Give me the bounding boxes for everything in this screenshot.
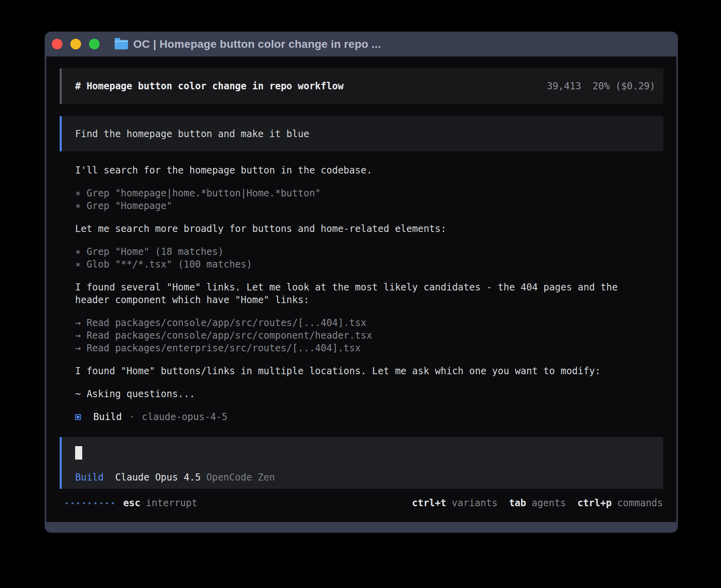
- spinner-dot: [66, 502, 68, 504]
- status-separator: ·: [129, 411, 134, 423]
- shortcut-label: variants: [452, 497, 498, 509]
- user-message: Find the homepage button and make it blu…: [60, 116, 663, 151]
- assistant-text: I found "Home" buttons/links in multiple…: [75, 365, 670, 377]
- spinner-dot: [72, 502, 74, 504]
- message-line: ∗ Glob "**/*.tsx" (100 matches): [75, 258, 670, 271]
- zoom-button[interactable]: [89, 39, 100, 49]
- window-title: OC | Homepage button color change in rep…: [133, 38, 381, 51]
- session-header: # Homepage button color change in repo w…: [60, 68, 663, 104]
- shortcut-agents: tabagents: [509, 497, 566, 509]
- message-line: ~ Asking questions...: [75, 388, 670, 400]
- session-stats: 39,413 20% ($0.29): [547, 81, 655, 92]
- input-agent-label: Build: [75, 471, 104, 484]
- input-model-label: Claude Opus 4.5: [115, 471, 201, 484]
- esc-key-hint: esc: [123, 497, 140, 509]
- user-message-text: Find the homepage button and make it blu…: [75, 128, 309, 139]
- spinner-dot: [106, 502, 108, 504]
- shortcut-label: commands: [617, 497, 663, 509]
- assistant-text: I'll search for the homepage button in t…: [75, 164, 670, 177]
- shortcut-commands: ctrl+pcommands: [578, 497, 663, 509]
- message-line: ∗ Grep "Homepage": [75, 200, 670, 212]
- spinner-dot: [100, 502, 102, 504]
- spinner-dot: [112, 502, 114, 504]
- tool-call-group: ∗ Grep "homepage|home.*button|Home.*butt…: [75, 187, 670, 212]
- conversation: I'll search for the homepage button in t…: [75, 164, 670, 423]
- message-line: → Read packages/console/app/src/componen…: [75, 329, 670, 342]
- message-line: I found several "Home" links. Let me loo…: [75, 281, 670, 294]
- message-line: header component which have "Home" links…: [75, 294, 670, 306]
- minimize-button[interactable]: [70, 39, 81, 49]
- terminal-window: OC | Homepage button color change in rep…: [45, 32, 678, 533]
- spinner-dot: [89, 502, 91, 504]
- status-agent-name: Build: [93, 411, 122, 423]
- terminal-content: # Homepage button color change in repo w…: [46, 57, 676, 522]
- session-title: # Homepage button color change in repo w…: [75, 81, 344, 92]
- close-button[interactable]: [52, 39, 62, 49]
- keyboard-shortcuts: ctrl+tvariantstabagentsctrl+pcommands: [412, 497, 663, 509]
- esc-action-label: interrupt: [146, 497, 197, 509]
- tool-call-group: ∗ Grep "Home" (18 matches)∗ Glob "**/*.t…: [75, 245, 670, 271]
- message-line: ∗ Grep "homepage|home.*button|Home.*butt…: [75, 187, 670, 200]
- status-model-name: claude-opus-4-5: [142, 411, 228, 423]
- spinner-dots: [66, 502, 114, 504]
- text-cursor: [75, 446, 82, 460]
- agent-status-row: Build · claude-opus-4-5: [75, 411, 670, 423]
- spinner-dot: [94, 502, 96, 504]
- shortcut-label: agents: [532, 497, 566, 509]
- screen: OC | Homepage button color change in rep…: [0, 0, 721, 588]
- shortcut-key: tab: [509, 497, 526, 509]
- message-line: I found "Home" buttons/links in multiple…: [75, 365, 670, 377]
- model-row: Build Claude Opus 4.5 OpenCode Zen: [75, 471, 275, 484]
- assistant-text: Let me search more broadly for buttons a…: [75, 222, 670, 235]
- prompt-input[interactable]: Build Claude Opus 4.5 OpenCode Zen: [60, 437, 663, 489]
- shortcut-key: ctrl+t: [412, 497, 446, 509]
- tool-call-group: → Read packages/console/app/src/routes/[…: [75, 317, 670, 354]
- message-line: → Read packages/console/app/src/routes/[…: [75, 317, 670, 329]
- conversation-paragraphs: I'll search for the homepage button in t…: [75, 164, 670, 400]
- title-bar[interactable]: OC | Homepage button color change in rep…: [45, 32, 678, 57]
- message-line: → Read packages/enterprise/src/routes/[.…: [75, 342, 670, 354]
- message-line: Let me search more broadly for buttons a…: [75, 222, 670, 235]
- status-bar: esc interrupt ctrl+tvariantstabagentsctr…: [66, 497, 663, 509]
- traffic-lights: [52, 39, 100, 49]
- shortcut-variants: ctrl+tvariants: [412, 497, 497, 509]
- assistant-text: I found several "Home" links. Let me loo…: [75, 281, 670, 306]
- spinner-dot: [83, 502, 85, 504]
- shortcut-key: ctrl+p: [578, 497, 612, 509]
- message-line: I'll search for the homepage button in t…: [75, 164, 670, 177]
- input-provider-label: OpenCode Zen: [206, 471, 275, 484]
- message-line: ∗ Grep "Home" (18 matches): [75, 245, 670, 258]
- assistant-text: ~ Asking questions...: [75, 388, 670, 400]
- spinner-dot: [77, 502, 79, 504]
- agent-build-icon: [75, 414, 81, 420]
- folder-icon: [115, 40, 128, 49]
